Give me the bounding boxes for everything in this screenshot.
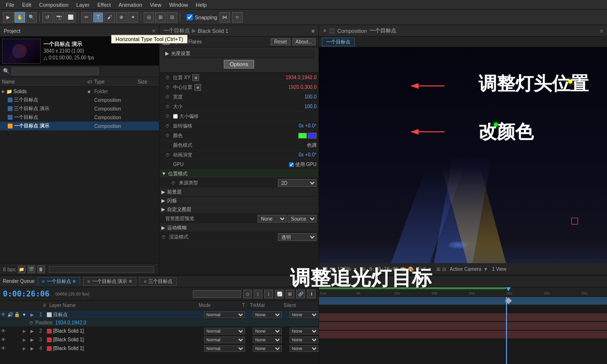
tl-btn-info[interactable]: ℹ bbox=[307, 290, 316, 298]
effect-row-旋转偏移[interactable]: ⏱ 旋转偏移 0x +0.0° bbox=[159, 121, 318, 131]
layer-trkmat-none-1[interactable]: None bbox=[253, 311, 282, 318]
layer-tool[interactable]: ⬜ bbox=[65, 12, 76, 23]
menu-help[interactable]: Help bbox=[192, 2, 211, 8]
track-bar-4[interactable] bbox=[319, 331, 607, 338]
crosshair-icon-2[interactable]: ⊕ bbox=[194, 84, 201, 91]
menu-effect[interactable]: Effect bbox=[93, 2, 115, 8]
rotation-tool[interactable]: ↺ bbox=[42, 12, 53, 23]
view-count-label[interactable]: 1 View bbox=[492, 266, 506, 272]
effect-row-动画演变[interactable]: ⏱ 动画演变 0x +0.0° bbox=[159, 150, 318, 160]
section-光星设置[interactable]: ▶ 光星设置 bbox=[163, 49, 315, 58]
section-前景层[interactable]: ▶ 前景层 bbox=[159, 188, 318, 196]
reset-btn[interactable]: Reset bbox=[271, 38, 290, 45]
menu-animation[interactable]: Animation bbox=[115, 2, 146, 8]
project-item-3targets[interactable]: 三个目标点 Composition bbox=[0, 96, 159, 104]
playhead-marker[interactable] bbox=[506, 287, 511, 291]
layer-row-4[interactable]: 👁 ▶ ▶ 4 [Black Solid 1] Normal None None bbox=[0, 344, 318, 353]
dropdown-bg-source[interactable]: Source bbox=[288, 215, 317, 223]
comp-close-icon[interactable]: ✕ bbox=[323, 28, 327, 33]
tl-btn-graph[interactable]: 📈 bbox=[275, 290, 284, 298]
tl-btn-parents[interactable]: 🔗 bbox=[296, 290, 305, 298]
zoom-tool[interactable]: 🔍 bbox=[26, 12, 37, 23]
eye-icon-2[interactable]: 👁 bbox=[0, 328, 7, 334]
hand-tool[interactable]: ✋ bbox=[14, 12, 25, 23]
triangle-icon-3[interactable]: ▶ bbox=[28, 337, 36, 342]
effect-row-颜色模式[interactable]: 颜色模式 色调 bbox=[159, 140, 318, 150]
expand-icon-3[interactable]: ▶ bbox=[20, 337, 28, 342]
menu-composition[interactable]: Composition bbox=[35, 2, 72, 8]
tl-btn-modes[interactable]: ⊞ bbox=[286, 290, 294, 298]
tl-btn-next[interactable]: ⟩ bbox=[264, 290, 273, 298]
layer-trkmat-none-2[interactable]: None bbox=[253, 328, 282, 335]
track-tool[interactable]: ⊞ bbox=[155, 12, 166, 23]
swatch-blue[interactable] bbox=[308, 133, 317, 139]
dropdown-渲染模式[interactable]: 透明 bbox=[278, 233, 317, 241]
effect-row-中心位置[interactable]: ⏱ 中心位置 ⊕ 1920.0,300.0 bbox=[159, 83, 318, 92]
menu-window[interactable]: Window bbox=[165, 2, 192, 8]
effect-row-GPU[interactable]: GPU 使用 GPU bbox=[159, 160, 318, 169]
tl-tab-3targets[interactable]: ■ 三个目标点 bbox=[139, 277, 177, 286]
section-motion-blur[interactable]: ▶ 运动模糊 bbox=[159, 224, 318, 232]
roto-tool[interactable]: ◎ bbox=[144, 12, 154, 23]
layer-row-3[interactable]: 👁 ▶ ▶ 3 [Black Solid 1] Normal None None bbox=[0, 336, 318, 344]
pen-tool[interactable]: ✏ bbox=[81, 12, 92, 23]
snap-options[interactable]: ⋈ bbox=[219, 12, 230, 23]
new-folder-btn[interactable]: 📁 bbox=[18, 266, 26, 273]
options-button[interactable]: Options bbox=[224, 60, 255, 69]
eye-icon-4[interactable]: 👁 bbox=[0, 346, 7, 351]
quality-dropdown-icon[interactable]: ▼ bbox=[428, 266, 433, 272]
layer-row-2[interactable]: 👁 ▶ ▶ 2 [Black Solid 1] Normal None None bbox=[0, 327, 318, 336]
layer-silent-none-3[interactable]: None bbox=[289, 336, 318, 343]
delete-btn[interactable]: 🗑 bbox=[37, 266, 45, 273]
snapping-checkbox[interactable] bbox=[187, 14, 193, 20]
layer-mode-4[interactable]: Normal bbox=[204, 345, 245, 352]
tab-menu-2[interactable]: ≡ bbox=[129, 279, 132, 284]
effect-row-来源类型[interactable]: ⏱ 来源类型 2D 3D bbox=[159, 178, 318, 188]
triangle-icon-1[interactable]: ▶ bbox=[28, 312, 36, 317]
layer-silent-none-2[interactable]: None bbox=[289, 328, 318, 335]
tl-btn-keyframe[interactable]: ◇ bbox=[243, 290, 252, 298]
tl-tab-1target[interactable]: ■ 一个目标点 ≡ bbox=[38, 277, 80, 286]
track-bar-3[interactable] bbox=[319, 322, 607, 330]
effect-row-大小[interactable]: ⏱ 大小 100.0 bbox=[159, 102, 318, 112]
menu-file[interactable]: File bbox=[2, 2, 18, 8]
brush-tool[interactable]: 🖌 bbox=[104, 12, 115, 23]
snapshot-icon[interactable]: 📸 bbox=[400, 266, 406, 272]
comp-menu-icon[interactable]: ≡ bbox=[600, 28, 603, 34]
zoom-label[interactable]: 12.5% bbox=[337, 266, 351, 272]
effect-row-bg-preview[interactable]: 背景图层预览 None Source bbox=[159, 214, 318, 224]
project-search-input[interactable] bbox=[12, 68, 99, 75]
camera-tool[interactable]: 📷 bbox=[54, 12, 64, 23]
project-menu-icon[interactable]: ≡ bbox=[152, 28, 155, 33]
timecode-display[interactable]: 0:00:26:06 bbox=[369, 266, 398, 272]
project-item-1target[interactable]: 一个目标点 Composition bbox=[0, 113, 159, 122]
tl-tab-1target-demo[interactable]: ■ 一个目标点 演示 ≡ bbox=[83, 277, 137, 286]
crosshair-icon[interactable]: ⊕ bbox=[192, 74, 199, 81]
project-item-3targets-demo[interactable]: 三个目标点 演示 Composition bbox=[0, 104, 159, 113]
eye-icon-3[interactable]: 👁 bbox=[0, 337, 7, 342]
text-tool[interactable]: T bbox=[93, 12, 103, 23]
track-bar-1[interactable] bbox=[319, 297, 607, 305]
new-comp-btn[interactable]: 🎬 bbox=[28, 266, 35, 273]
solo-icon-1[interactable]: 🔊 bbox=[7, 312, 14, 317]
layer-trkmat-none-3[interactable]: None bbox=[253, 336, 282, 343]
camera-label[interactable]: Active Camera bbox=[450, 266, 482, 272]
tl-search-input[interactable] bbox=[193, 290, 241, 298]
layer-row-1[interactable]: 👁 🔊 🔒 ▼ ▶ 1 目标点 Normal None None bbox=[0, 310, 318, 319]
dropdown-来源类型[interactable]: 2D 3D bbox=[278, 179, 317, 187]
eye-icon-1[interactable]: 👁 bbox=[0, 312, 7, 317]
dropdown-bg-none[interactable]: None bbox=[258, 215, 287, 223]
puppet-tool[interactable]: ✦ bbox=[128, 12, 138, 23]
track-bar-2[interactable] bbox=[319, 313, 607, 321]
fit-icon[interactable]: ⊞ bbox=[361, 266, 365, 272]
menu-layer[interactable]: Layer bbox=[72, 2, 94, 8]
triangle-icon-4[interactable]: ▶ bbox=[28, 346, 36, 351]
comp-active-tab[interactable]: 一个目标点 bbox=[322, 38, 355, 46]
menu-view[interactable]: View bbox=[146, 2, 165, 8]
tl-btn-prev[interactable]: ⟨ bbox=[254, 290, 262, 298]
layer-trkmat-none-4[interactable]: None bbox=[253, 345, 282, 352]
expand-icon-2[interactable]: ▶ bbox=[20, 329, 28, 334]
layer-mode-3[interactable]: Normal bbox=[204, 336, 245, 343]
effect-row-颜色[interactable]: ⏱ 颜色 bbox=[159, 131, 318, 140]
effects-menu-icon[interactable]: ≡ bbox=[312, 28, 315, 34]
